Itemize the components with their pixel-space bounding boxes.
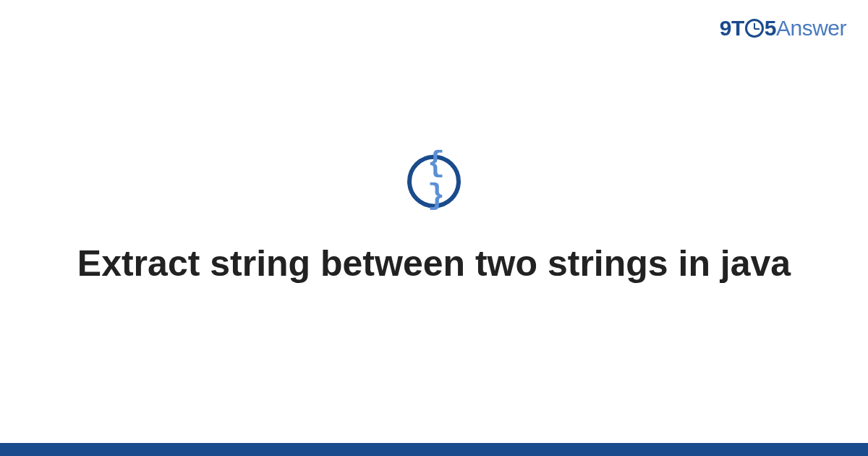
footer-accent-bar: [0, 443, 868, 456]
clock-icon: [745, 19, 764, 38]
code-braces-icon: { }: [407, 155, 461, 208]
logo-text-5: 5: [765, 16, 776, 40]
site-logo: 9T5Answer: [720, 16, 846, 41]
page-title: Extract string between two strings in ja…: [0, 242, 868, 286]
logo-text-answer: Answer: [776, 16, 846, 40]
main-content: { } Extract string between two strings i…: [0, 155, 868, 286]
logo-text-9t: 9T: [720, 16, 744, 40]
braces-glyph: { }: [423, 148, 446, 213]
